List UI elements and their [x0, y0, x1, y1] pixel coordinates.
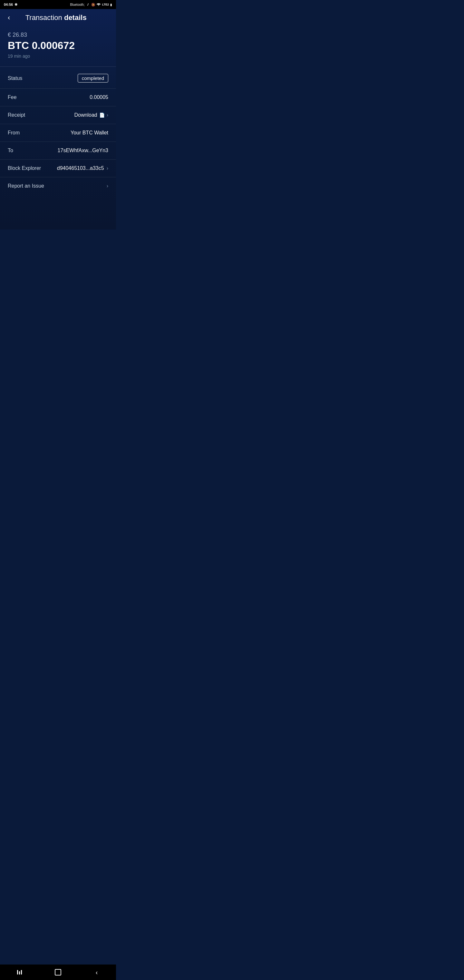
block-explorer-label: Block Explorer — [8, 165, 41, 171]
from-label: From — [8, 130, 20, 136]
block-explorer-hash: d940465103...a33c5 — [57, 165, 104, 171]
signal-strength: LTE2 — [102, 3, 109, 6]
block-explorer-value: d940465103...a33c5 › — [57, 165, 108, 171]
report-issue-value: › — [106, 183, 108, 189]
btc-amount: BTC 0.000672 — [8, 40, 108, 52]
receipt-value: Download 📄 › — [75, 112, 108, 118]
svg-point-0 — [98, 5, 99, 6]
bluetooth-icon: Bluetooth; — [70, 3, 85, 6]
receipt-row[interactable]: Receipt Download 📄 › — [0, 107, 116, 124]
to-row: To 17sEWhfAxw...GeYn3 — [0, 142, 116, 159]
status-bar-left: 04:56 ❄ — [4, 3, 17, 7]
header: ‹ Transaction details — [0, 9, 116, 25]
back-button[interactable]: ‹ — [6, 13, 11, 22]
page-title: Transaction details — [11, 14, 100, 22]
from-value: Your BTC Wallet — [71, 130, 108, 136]
wifi-icon — [96, 3, 101, 6]
report-issue-row[interactable]: Report an Issue › — [0, 177, 116, 195]
from-row: From Your BTC Wallet — [0, 124, 116, 142]
title-normal: Transaction — [25, 14, 64, 22]
fee-row: Fee 0.00005 — [0, 89, 116, 107]
block-explorer-row[interactable]: Block Explorer d940465103...a33c5 › — [0, 159, 116, 177]
report-issue-label: Report an Issue — [8, 183, 44, 189]
mute-icon: 🔕 — [91, 3, 95, 6]
document-icon: 📄 — [99, 113, 105, 118]
status-badge: completed — [78, 74, 108, 83]
detail-section: Status completed Fee 0.00005 Receipt Dow… — [0, 68, 116, 195]
wifi-signal — [96, 3, 101, 6]
time-ago: 19 min ago — [8, 54, 108, 59]
status-row: Status completed — [0, 68, 116, 89]
chevron-right-icon: › — [106, 165, 108, 171]
title-bold: details — [64, 14, 87, 22]
battery-icon: ▮ — [110, 3, 112, 6]
to-label: To — [8, 148, 13, 153]
fee-value: 0.00005 — [90, 94, 108, 100]
main-content: ‹ Transaction details € 26.83 BTC 0.0006… — [0, 9, 116, 229]
to-value: 17sEWhfAxw...GeYn3 — [58, 148, 108, 153]
download-label: Download — [75, 112, 97, 118]
time-display: 04:56 — [4, 3, 13, 6]
chevron-right-icon: › — [106, 183, 108, 189]
bluetooth-icon — [86, 3, 90, 6]
fee-label: Fee — [8, 94, 17, 100]
receipt-label: Receipt — [8, 112, 25, 118]
status-bar: 04:56 ❄ Bluetooth; 🔕 LTE2 ▮ — [0, 0, 116, 9]
status-label: Status — [8, 75, 22, 81]
status-bar-right: Bluetooth; 🔕 LTE2 ▮ — [70, 3, 112, 6]
extra-icon: ❄ — [14, 3, 17, 7]
euro-amount: € 26.83 — [8, 32, 108, 38]
chevron-right-icon: › — [106, 112, 108, 118]
amount-section: € 26.83 BTC 0.000672 19 min ago — [0, 25, 116, 67]
